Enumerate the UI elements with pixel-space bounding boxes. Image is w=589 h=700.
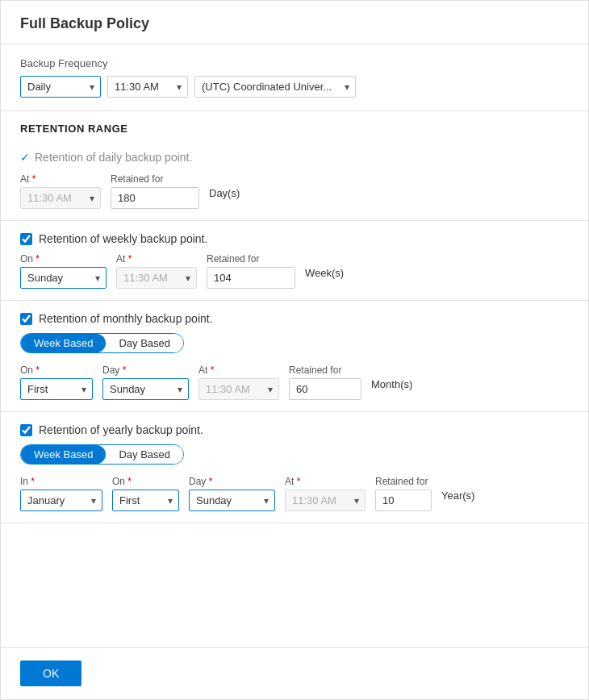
ok-button[interactable]: OK bbox=[20, 660, 81, 686]
yearly-day-select[interactable]: Sunday Monday Tuesday Wednesday Thursday… bbox=[189, 490, 275, 511]
daily-at-group: At * 11:30 AM bbox=[20, 173, 101, 209]
yearly-tab-group: Week Based Day Based bbox=[20, 444, 184, 465]
weekly-unit-label: Week(s) bbox=[305, 267, 344, 284]
yearly-retention-label: Retention of yearly backup point. bbox=[39, 423, 203, 436]
yearly-day-based-tab[interactable]: Day Based bbox=[106, 445, 183, 464]
monthly-retained-label: Retained for bbox=[289, 365, 361, 376]
monthly-at-group: At * 11:30 AM bbox=[198, 365, 279, 400]
weekly-retained-group: Retained for bbox=[207, 253, 295, 289]
page-title: Full Backup Policy bbox=[1, 1, 588, 44]
weekly-checkbox-row: Retention of weekly backup point. bbox=[20, 232, 569, 245]
yearly-on-label: On * bbox=[112, 476, 179, 487]
daily-at-select-wrap: 11:30 AM bbox=[20, 187, 101, 209]
daily-fields-row: At * 11:30 AM Retained for Day(s) bbox=[20, 173, 569, 209]
weekly-on-group: On * Sunday Monday Tuesday Wednesday Thu… bbox=[20, 253, 107, 289]
backup-frequency-label: Backup Frequency bbox=[20, 57, 569, 69]
yearly-in-group: In * January February March April May Ju… bbox=[20, 476, 102, 511]
monthly-at-select-wrap: 11:30 AM bbox=[198, 378, 279, 400]
timezone-select-wrap: (UTC) Coordinated Univer... bbox=[194, 76, 356, 98]
monthly-day-select[interactable]: Sunday Monday Tuesday Wednesday Thursday… bbox=[102, 378, 189, 400]
daily-retention-label-row: ✓ Retention of daily backup point. bbox=[20, 151, 569, 164]
weekly-retained-input[interactable] bbox=[207, 267, 295, 289]
weekly-at-label: At * bbox=[116, 253, 197, 265]
time-select-wrap: 11:30 AM 12:00 AM 1:00 AM bbox=[107, 76, 188, 98]
yearly-at-select[interactable]: 11:30 AM bbox=[285, 490, 366, 511]
yearly-at-label: At * bbox=[285, 476, 366, 487]
weekly-retained-label: Retained for bbox=[207, 253, 295, 265]
daily-at-select[interactable]: 11:30 AM bbox=[20, 187, 101, 209]
monthly-at-label: At * bbox=[198, 365, 279, 376]
daily-at-label: At * bbox=[20, 173, 101, 185]
weekly-checkbox[interactable] bbox=[20, 233, 32, 245]
monthly-day-based-tab[interactable]: Day Based bbox=[106, 334, 183, 352]
weekly-retention-label: Retention of weekly backup point. bbox=[39, 232, 207, 245]
monthly-day-label: Day * bbox=[102, 365, 189, 376]
monthly-at-select[interactable]: 11:30 AM bbox=[198, 378, 279, 400]
yearly-at-select-wrap: 11:30 AM bbox=[285, 490, 366, 511]
footer: OK bbox=[1, 647, 588, 699]
frequency-select[interactable]: Daily Weekly Monthly bbox=[20, 76, 101, 98]
monthly-on-select-wrap: First Second Third Fourth Last bbox=[20, 378, 93, 400]
yearly-week-based-tab[interactable]: Week Based bbox=[21, 445, 106, 464]
backup-frequency-section: Backup Frequency Daily Weekly Monthly 11… bbox=[1, 44, 588, 111]
weekly-fields-row: On * Sunday Monday Tuesday Wednesday Thu… bbox=[20, 253, 569, 289]
monthly-on-label: On * bbox=[20, 365, 93, 376]
yearly-retained-input[interactable] bbox=[375, 490, 432, 511]
daily-retained-group: Retained for bbox=[111, 173, 199, 209]
weekly-retention-section: Retention of weekly backup point. On * S… bbox=[1, 221, 588, 301]
yearly-day-label: Day * bbox=[189, 476, 275, 487]
yearly-at-group: At * 11:30 AM bbox=[285, 476, 366, 511]
monthly-checkbox[interactable] bbox=[20, 313, 32, 325]
yearly-in-select-wrap: January February March April May June Ju… bbox=[20, 490, 102, 511]
yearly-fields-row: In * January February March April May Ju… bbox=[20, 476, 569, 511]
monthly-retained-group: Retained for bbox=[289, 365, 361, 400]
monthly-retention-label: Retention of monthly backup point. bbox=[39, 312, 213, 325]
monthly-unit-label: Month(s) bbox=[371, 378, 412, 395]
monthly-day-select-wrap: Sunday Monday Tuesday Wednesday Thursday… bbox=[102, 378, 189, 400]
monthly-fields-row: On * First Second Third Fourth Last Day … bbox=[20, 365, 569, 400]
retention-range-header: RETENTION RANGE bbox=[1, 111, 588, 140]
monthly-tab-group: Week Based Day Based bbox=[20, 333, 184, 353]
monthly-on-group: On * First Second Third Fourth Last bbox=[20, 365, 93, 400]
yearly-in-label: In * bbox=[20, 476, 102, 487]
yearly-in-select[interactable]: January February March April May June Ju… bbox=[20, 490, 102, 511]
yearly-day-group: Day * Sunday Monday Tuesday Wednesday Th… bbox=[189, 476, 275, 511]
frequency-select-wrap: Daily Weekly Monthly bbox=[20, 76, 101, 98]
yearly-retained-group: Retained for bbox=[375, 476, 432, 511]
yearly-checkbox-row: Retention of yearly backup point. bbox=[20, 423, 569, 436]
yearly-retained-label: Retained for bbox=[375, 476, 432, 487]
frequency-row: Daily Weekly Monthly 11:30 AM 12:00 AM 1… bbox=[20, 76, 569, 98]
yearly-unit-label: Year(s) bbox=[441, 490, 474, 506]
weekly-on-select[interactable]: Sunday Monday Tuesday Wednesday Thursday… bbox=[20, 267, 107, 289]
timezone-select[interactable]: (UTC) Coordinated Univer... bbox=[194, 76, 356, 98]
monthly-week-based-tab[interactable]: Week Based bbox=[21, 334, 106, 352]
weekly-on-select-wrap: Sunday Monday Tuesday Wednesday Thursday… bbox=[20, 267, 107, 289]
time-select[interactable]: 11:30 AM 12:00 AM 1:00 AM bbox=[107, 76, 188, 98]
weekly-at-group: At * 11:30 AM bbox=[116, 253, 197, 289]
yearly-retention-section: Retention of yearly backup point. Week B… bbox=[1, 412, 588, 523]
yearly-on-select[interactable]: First Second Third Fourth Last bbox=[112, 490, 179, 511]
monthly-retention-section: Retention of monthly backup point. Week … bbox=[1, 301, 588, 412]
weekly-on-label: On * bbox=[20, 253, 107, 265]
yearly-checkbox[interactable] bbox=[20, 424, 32, 436]
daily-retention-label: Retention of daily backup point. bbox=[35, 151, 192, 164]
monthly-retained-input[interactable] bbox=[289, 378, 361, 400]
yearly-day-select-wrap: Sunday Monday Tuesday Wednesday Thursday… bbox=[189, 490, 275, 511]
daily-at-required: * bbox=[32, 173, 36, 185]
monthly-on-select[interactable]: First Second Third Fourth Last bbox=[20, 378, 93, 400]
daily-retained-input[interactable] bbox=[111, 187, 199, 209]
daily-unit-label: Day(s) bbox=[209, 187, 240, 204]
yearly-on-group: On * First Second Third Fourth Last bbox=[112, 476, 179, 511]
weekly-at-select-wrap: 11:30 AM bbox=[116, 267, 197, 289]
daily-checkmark-icon: ✓ bbox=[20, 151, 30, 164]
monthly-day-group: Day * Sunday Monday Tuesday Wednesday Th… bbox=[102, 365, 189, 400]
monthly-checkbox-row: Retention of monthly backup point. bbox=[20, 312, 569, 325]
weekly-at-select[interactable]: 11:30 AM bbox=[116, 267, 197, 289]
daily-retained-label: Retained for bbox=[111, 173, 199, 185]
yearly-on-select-wrap: First Second Third Fourth Last bbox=[112, 490, 179, 511]
daily-retention-section: ✓ Retention of daily backup point. At * … bbox=[1, 140, 588, 221]
